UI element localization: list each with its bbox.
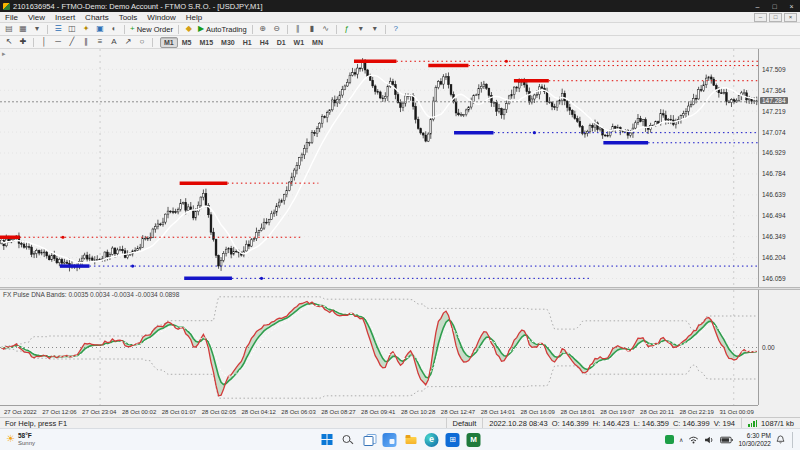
timeframes-dropdown-icon: ▾ (373, 25, 377, 33)
timeframe-h1[interactable]: H1 (239, 37, 256, 48)
taskbar-clock[interactable]: 6:30 PM 10/30/2022 (738, 432, 771, 447)
profile-selector[interactable]: Default (446, 418, 483, 428)
text-label-icon: A (111, 38, 116, 46)
store-taskbar-icon[interactable] (446, 433, 460, 447)
zoom-out-button[interactable]: ⊖ (270, 23, 284, 35)
volume-icon[interactable] (704, 436, 715, 444)
data-window-button[interactable]: ◫ (65, 23, 79, 35)
market-watch-button[interactable]: ☰ (51, 23, 65, 35)
widgets-taskbar-icon[interactable] (383, 433, 397, 447)
zoom-out-icon: ⊖ (273, 25, 280, 33)
maximize-button[interactable]: □ (766, 0, 783, 12)
trendline-button[interactable]: ╱ (65, 36, 79, 48)
menu-window[interactable]: Window (142, 13, 180, 22)
trendline-icon: ╱ (70, 38, 75, 46)
chart-minimize-button[interactable]: – (754, 13, 767, 22)
time-axis-label: 28 Oct 22:19 (680, 409, 714, 415)
sun-icon: ☀ (6, 434, 15, 444)
indicators-button[interactable]: ƒ (340, 23, 354, 35)
fibonacci-retracement-button[interactable]: ≡ (93, 36, 107, 48)
task-view-taskbar-icon[interactable] (362, 433, 376, 447)
timeframe-mn[interactable]: MN (308, 37, 327, 48)
price-axis-label: 147.074 (762, 129, 786, 136)
shield-icon[interactable] (665, 435, 674, 444)
text-label-button[interactable]: A (107, 36, 121, 48)
horizontal-line-icon: ─ (55, 38, 61, 46)
candlestick-chart-button[interactable]: ▮ (305, 23, 319, 35)
autotrading-button[interactable]: ▶AutoTrading (196, 23, 249, 35)
menu-tools[interactable]: Tools (114, 13, 143, 22)
line-chart-button[interactable]: ∿ (319, 23, 333, 35)
menu-items: FileViewInsertChartsToolsWindowHelp (0, 13, 207, 22)
notifications-bell-icon[interactable] (776, 435, 785, 444)
strategy-tester-button[interactable]: ◐ (107, 23, 121, 35)
start-taskbar-icon[interactable] (320, 433, 334, 447)
hidden-icons-chevron-icon[interactable]: ∧ (679, 436, 683, 443)
menu-insert[interactable]: Insert (50, 13, 80, 22)
chart-restore-button[interactable]: □ (769, 13, 782, 22)
indicator-panel[interactable]: FX Pulse DNA Bands: 0.0035 0.0034 -0.003… (0, 290, 800, 405)
price-chart-panel[interactable]: ▸ 147.509147.364147.219147.074146.929146… (0, 49, 800, 287)
show-desktop-button[interactable] (792, 432, 794, 448)
cursor-button[interactable]: ↖ (2, 36, 16, 48)
time-axis[interactable]: 27 Oct 202227 Oct 12:0627 Oct 23:0428 Oc… (0, 405, 758, 417)
close-button[interactable]: × (783, 0, 800, 12)
data-window-icon: ◫ (68, 25, 76, 33)
battery-icon[interactable] (720, 436, 733, 444)
bar-chart-button[interactable]: ∥ (291, 23, 305, 35)
menu-file[interactable]: File (0, 13, 23, 22)
price-axis-label: 146.639 (762, 191, 786, 198)
vertical-line-button[interactable]: │ (37, 36, 51, 48)
navigator-button[interactable]: ✦ (79, 23, 93, 35)
arrow-objects-icon: ↗ (125, 38, 132, 46)
time-axis-label: 28 Oct 06:03 (281, 409, 315, 415)
cursor-icon: ↖ (6, 38, 13, 46)
time-axis-label: 28 Oct 20:11 (640, 409, 674, 415)
toolbox-icon: ▣ (96, 25, 104, 33)
profiles-button[interactable]: ▦ (16, 23, 30, 35)
horizontal-line-button[interactable]: ─ (51, 36, 65, 48)
timeframe-d1[interactable]: D1 (273, 37, 290, 48)
timeframe-m30[interactable]: M30 (217, 37, 239, 48)
zoom-in-button[interactable]: ⊕ (256, 23, 270, 35)
help-button[interactable]: ? (389, 23, 403, 35)
timeframe-h4[interactable]: H4 (256, 37, 273, 48)
menu-view[interactable]: View (23, 13, 50, 22)
equidistant-channel-button[interactable]: ∥ (79, 36, 93, 48)
toolbox-button[interactable]: ▣ (93, 23, 107, 35)
timeframe-group: M1M5M15M30H1H4D1W1MN (160, 37, 327, 48)
timeframe-m1[interactable]: M1 (160, 37, 178, 48)
profiles-icon: ▦ (19, 25, 27, 33)
search-taskbar-icon[interactable] (341, 433, 355, 447)
arrow-objects-button[interactable]: ↗ (121, 36, 135, 48)
chart-close-button[interactable]: × (784, 13, 797, 22)
timeframes-dropdown-button[interactable]: ▾ (368, 23, 382, 35)
candlestick-chart[interactable] (0, 49, 758, 287)
price-axis-label: 146.349 (762, 233, 786, 240)
new-chart-button[interactable]: ▤ (2, 23, 16, 35)
menu-charts[interactable]: Charts (80, 13, 114, 22)
edge-taskbar-icon[interactable] (425, 433, 439, 447)
indicators-dropdown-button[interactable]: ▾ (354, 23, 368, 35)
weather-widget[interactable]: ☀ 58°F Sunny (6, 433, 35, 446)
time-axis-label: 28 Oct 12:47 (441, 409, 475, 415)
market-watch-icon: ☰ (54, 25, 61, 33)
metatrader-taskbar-icon[interactable] (467, 433, 481, 447)
minimize-button[interactable]: – (749, 0, 766, 12)
file-explorer-taskbar-icon[interactable] (404, 433, 418, 447)
timeframe-w1[interactable]: W1 (290, 37, 309, 48)
metaeditor-button[interactable]: ◆ (182, 23, 196, 35)
timeframe-m15[interactable]: M15 (195, 37, 217, 48)
autotrading-label: AutoTrading (206, 25, 247, 34)
one-click-trading-toggle[interactable]: ▸ (2, 50, 6, 58)
toolbar-separator (47, 25, 48, 34)
timeframe-m5[interactable]: M5 (178, 37, 196, 48)
price-axis[interactable]: 147.509147.364147.219147.074146.929146.7… (758, 49, 800, 287)
new-order-button[interactable]: +New Order (128, 23, 175, 35)
wifi-icon[interactable] (688, 436, 699, 444)
profiles-dropdown-button[interactable]: ▾ (30, 23, 44, 35)
menu-help[interactable]: Help (181, 13, 207, 22)
price-axis-label: 146.494 (762, 212, 786, 219)
shapes-button[interactable]: ○ (135, 36, 149, 48)
crosshair-button[interactable]: ✚ (16, 36, 30, 48)
